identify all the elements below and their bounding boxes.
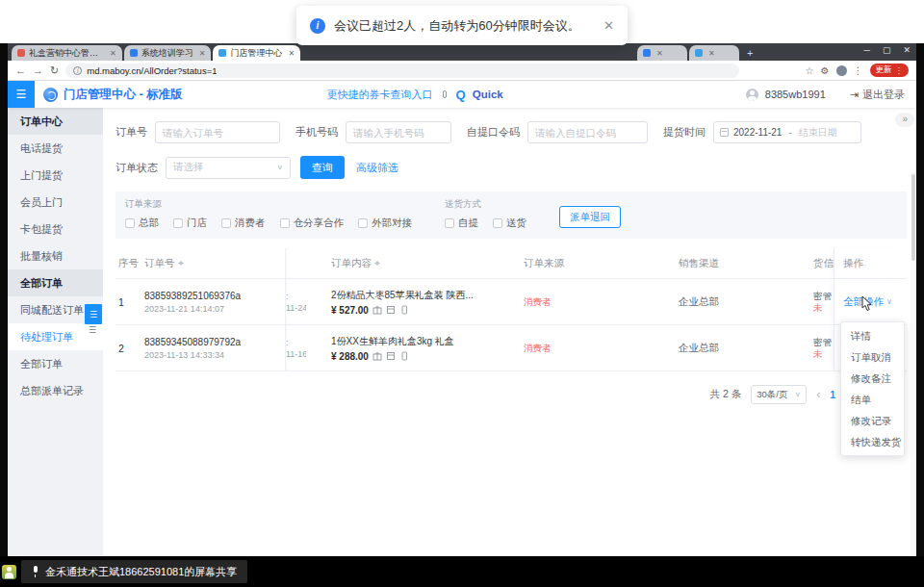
browser-tab-2[interactable]: 系统培训学习 ✕ [124, 45, 212, 61]
browser-url-bar: ← → ↻ i md.maboy.cn/AllOrder?status=1 ☆ … [8, 61, 916, 81]
url-text: md.maboy.cn/AllOrder?status=1 [87, 65, 217, 76]
menu-item-switch-express[interactable]: 转快递发货 [841, 431, 904, 452]
order-number[interactable]: 83859345088979792a [144, 337, 285, 347]
sidebar-item-door-pickup[interactable]: 上门提货 [8, 162, 103, 189]
tab-close-icon[interactable]: ✕ [288, 49, 295, 58]
browser-tab-active[interactable]: 门店管理中心 ✕ [213, 45, 300, 61]
ship-info-cell-clipped: 密管 未 [813, 279, 834, 324]
order-status-select[interactable]: 请选择 ∨ [166, 157, 291, 179]
sort-icon[interactable] [178, 258, 185, 268]
window-close-button[interactable]: ✕ [903, 45, 911, 55]
menu-item-cancel-order[interactable]: 订单取消 [841, 346, 904, 368]
order-no-input[interactable] [155, 121, 280, 143]
checkbox-label: 总部 [139, 217, 159, 230]
mouse-cursor [861, 296, 874, 316]
sidebar-section-order-center[interactable]: 订单中心 [8, 108, 103, 135]
page-number-1[interactable]: 1 [830, 389, 835, 400]
checkbox-icon [125, 218, 135, 228]
sidebar-toggle-button[interactable]: ☰ [85, 304, 102, 324]
tab-close-icon[interactable]: ✕ [708, 49, 715, 58]
screen-share-pill[interactable]: 金禾通技术王斌18662591081的屏幕共享 [21, 560, 247, 583]
filter-row-2: 订单状态 请选择 ∨ 查询 高级筛选 [116, 156, 907, 179]
date-end-placeholder[interactable]: 结束日期 [799, 126, 837, 140]
pickup-time-fragment: : [286, 291, 306, 302]
hamburger-menu-button[interactable]: ☰ [8, 81, 35, 108]
checkbox-self-pickup[interactable]: 自提 [445, 217, 478, 230]
browser-tab-1[interactable]: 礼盒营销中心管理中心 ✕ [12, 45, 122, 61]
notification-close-icon[interactable]: ✕ [603, 18, 614, 33]
header-order-no[interactable]: 订单号 [144, 257, 285, 270]
window-minimize-button[interactable]: ─ [864, 45, 870, 55]
tab-close-icon[interactable]: ✕ [110, 49, 116, 58]
ship-info-line1: 密管 [813, 337, 834, 348]
table-row[interactable]: 2 83859345088979792a 2023-11-13 14:33:34… [116, 325, 907, 371]
phone-input[interactable] [346, 121, 451, 143]
pickup-code-input[interactable] [527, 121, 648, 143]
browser-tab-partial[interactable]: ✕ [689, 45, 739, 61]
sidebar-section-all-orders[interactable]: 全部订单 [8, 269, 103, 296]
extensions-icon[interactable]: ⚙ [821, 65, 830, 76]
advanced-filter-link[interactable]: 高级筛选 [356, 161, 398, 175]
header-sales-channel: 销售渠道 [679, 257, 813, 270]
quick-search-link[interactable]: Quick [473, 89, 503, 100]
window-maximize-button[interactable]: ▢ [883, 45, 891, 55]
tab-close-icon[interactable]: ✕ [199, 49, 206, 58]
dispatch-return-button[interactable]: 派单退回 [559, 206, 621, 228]
tab-label: 门店管理中心 [230, 47, 282, 60]
scrollbar-thumb[interactable] [911, 174, 915, 261]
sidebar-item-batch-verify[interactable]: 批量核销 [8, 242, 103, 269]
sidebar-grip-icon[interactable]: ☰ [89, 325, 96, 335]
menu-item-close-order[interactable]: 结单 [841, 389, 904, 410]
order-number[interactable]: 83859389251069376a [144, 291, 285, 301]
page-scrollbar[interactable] [911, 172, 916, 556]
browser-profile-avatar[interactable] [836, 65, 847, 76]
prev-page-button[interactable]: ‹ [816, 388, 820, 401]
sort-icon[interactable] [374, 258, 381, 268]
meeting-app-icon[interactable] [2, 565, 16, 579]
menu-item-edit-history[interactable]: 修改记录 [841, 410, 904, 431]
browser-update-button[interactable]: 更新 ⋮ [870, 64, 910, 77]
info-icon: i [310, 18, 325, 34]
checkbox-hq[interactable]: 总部 [125, 217, 159, 230]
back-icon[interactable]: ← [15, 65, 26, 76]
browser-window: 礼盒营销中心管理中心 ✕ 系统培训学习 ✕ 门店管理中心 ✕ ✕ ✕ + ─ ▢… [8, 43, 916, 556]
checkbox-delivery[interactable]: 送货 [493, 217, 526, 230]
logout-button[interactable]: ⇥ 退出登录 [850, 88, 905, 102]
date-start-value[interactable]: 2022-11-21 [733, 127, 782, 138]
quick-q-logo[interactable]: Q [456, 88, 466, 102]
panel-collapse-button[interactable]: » [895, 113, 914, 127]
site-info-icon[interactable]: i [73, 66, 82, 75]
sidebar-item-card-pickup[interactable]: 卡包提货 [8, 216, 103, 242]
update-label: 更新 [876, 64, 892, 76]
date-range-picker[interactable]: 2022-11-21 - 结束日期 [713, 121, 861, 143]
coupon-query-link[interactable]: 更快捷的券卡查询入口 [327, 88, 433, 102]
page-size-select[interactable]: 30条/页 ∨ [751, 385, 807, 404]
checkbox-external[interactable]: 外部对接 [358, 217, 412, 230]
username[interactable]: 8385wb1991 [765, 89, 826, 100]
header-order-content[interactable]: 订单内容 [306, 257, 520, 270]
checkbox-consumer[interactable]: 消费者 [221, 217, 266, 230]
table-row[interactable]: 1 83859389251069376a 2023-11-21 14:14:07… [116, 279, 907, 325]
browser-menu-icon[interactable]: ⋮ [854, 65, 863, 76]
header-order-source: 订单来源 [520, 257, 679, 270]
order-source-cell: 消费者 [520, 342, 679, 355]
menu-item-edit-note[interactable]: 修改备注 [841, 368, 904, 389]
user-avatar[interactable] [746, 89, 758, 101]
bookmark-star-icon[interactable]: ☆ [806, 65, 814, 76]
tab-close-icon[interactable]: ✕ [656, 49, 663, 58]
box-icon [386, 305, 396, 315]
checkbox-store[interactable]: 门店 [173, 217, 207, 230]
checkbox-warehouse-share[interactable]: 仓分享合作 [280, 217, 345, 230]
row-actions-menu: 详情 订单取消 修改备注 结单 修改记录 转快递发货 [840, 321, 905, 456]
new-tab-button[interactable]: + [747, 47, 753, 59]
browser-tab-partial[interactable]: ✕ [637, 45, 687, 61]
sidebar-item-all-orders[interactable]: 全部订单 [8, 350, 103, 377]
menu-item-details[interactable]: 详情 [841, 325, 904, 346]
reload-icon[interactable]: ↻ [50, 65, 59, 76]
sidebar-item-phone-pickup[interactable]: 电话提货 [8, 135, 103, 162]
sidebar-item-member-visit[interactable]: 会员上门 [8, 189, 103, 216]
url-input[interactable]: i md.maboy.cn/AllOrder?status=1 [65, 64, 739, 78]
forward-icon[interactable]: → [33, 65, 43, 76]
search-button[interactable]: 查询 [300, 156, 345, 179]
sidebar-item-hq-dispatch-records[interactable]: 总部派单记录 [8, 377, 103, 404]
